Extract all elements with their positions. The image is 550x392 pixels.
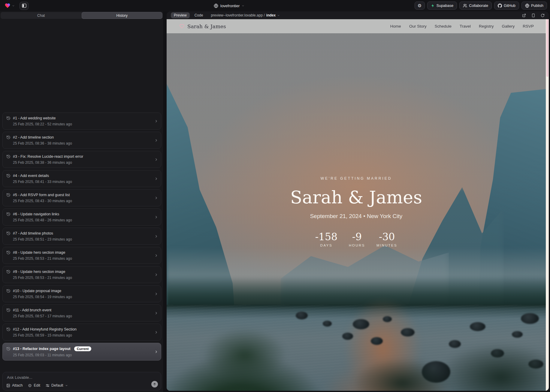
site-header: Sarah & James Home Our Story Schedule Tr…: [167, 19, 546, 33]
arrow-up-icon: [153, 382, 156, 386]
edit-button[interactable]: Edit: [28, 383, 40, 388]
history-item[interactable]: #7 - Add timeline photos 25 Feb 2025, 08…: [2, 228, 161, 245]
restore-history-icon: [6, 270, 11, 274]
history-item[interactable]: #11 - Add brunch event 25 Feb 2025, 08:5…: [2, 304, 161, 322]
restore-history-icon: [6, 289, 11, 293]
mode-selector[interactable]: Default: [46, 383, 68, 388]
open-in-new-tab-icon[interactable]: [522, 13, 526, 17]
history-item-title: #8 - Update hero section image: [13, 250, 65, 255]
supabase-button[interactable]: Supabase: [427, 1, 457, 10]
lovable-logo-menu[interactable]: [4, 3, 15, 9]
chevron-right-icon[interactable]: [154, 138, 158, 142]
chevron-right-icon[interactable]: [154, 119, 158, 123]
history-item[interactable]: #12 - Add Honeyfund Registry Section 25 …: [2, 324, 161, 341]
publish-button[interactable]: Publish: [521, 1, 547, 10]
chevron-right-icon[interactable]: [154, 330, 158, 334]
chat-history-sidebar: Chat History #1 - Add wedding website: [0, 11, 163, 392]
tab-chat[interactable]: Chat: [1, 12, 82, 19]
nav-registry[interactable]: Registry: [479, 24, 494, 28]
site-brand-name: Sarah & James: [187, 23, 226, 29]
history-item-timestamp: 25 Feb 2025, 08:51 - 23 minutes ago: [13, 237, 152, 241]
nav-schedule[interactable]: Schedule: [435, 24, 452, 28]
countdown: -158 DAYS -9 HOURS -30 MINUTES: [167, 231, 546, 247]
restore-history-icon: [6, 154, 11, 159]
chat-composer: Attach Edit Default: [2, 372, 161, 391]
preview-panel: Preview Code preview--lovefrontier.lovab…: [167, 11, 549, 391]
chevron-right-icon[interactable]: [154, 292, 158, 296]
supabase-bolt-icon: [431, 4, 435, 8]
collaborate-button[interactable]: Collaborate: [459, 1, 492, 10]
chevron-right-icon[interactable]: [154, 157, 158, 161]
history-item-title: #4 - Add event details: [13, 174, 49, 178]
panel-layout-icon: [22, 4, 26, 8]
tab-preview[interactable]: Preview: [171, 12, 190, 18]
restore-history-icon: [6, 327, 11, 331]
history-item[interactable]: #13 - Refactor index page layout Current…: [2, 343, 161, 361]
history-item[interactable]: #5 - Add RSVP form and guest list 25 Feb…: [2, 189, 161, 206]
chevron-right-icon[interactable]: [154, 196, 158, 200]
chevron-right-icon[interactable]: [154, 350, 158, 354]
countdown-minutes-value: -30: [376, 231, 397, 243]
chevron-down-icon: [242, 4, 244, 7]
countdown-days-value: -158: [315, 231, 337, 243]
history-item[interactable]: #4 - Add event details 25 Feb 2025, 08:4…: [2, 170, 161, 187]
globe-icon: [525, 4, 529, 8]
site-brand[interactable]: Sarah & James: [179, 23, 226, 29]
github-label: GitHub: [504, 4, 515, 8]
project-switcher[interactable]: lovefrontier: [214, 0, 244, 11]
preview-url[interactable]: preview--lovefrontier.lovable.app / inde…: [211, 13, 280, 17]
chevron-right-icon[interactable]: [154, 273, 158, 277]
refresh-icon[interactable]: [541, 13, 545, 17]
history-item[interactable]: #10 - Update proposal image 25 Feb 2025,…: [2, 285, 161, 302]
scrollbar-thumb[interactable]: [546, 19, 548, 77]
restore-history-icon: [6, 231, 11, 235]
github-button[interactable]: GitHub: [494, 1, 519, 10]
select-target-icon: [28, 384, 32, 388]
attach-button[interactable]: Attach: [6, 383, 23, 388]
history-item[interactable]: #8 - Update hero section image 25 Feb 20…: [2, 247, 161, 264]
chevron-right-icon[interactable]: [154, 234, 158, 238]
nav-travel[interactable]: Travel: [460, 24, 471, 28]
history-item-timestamp: 25 Feb 2025, 09:03 - 11 minutes ago: [13, 353, 152, 357]
tab-history[interactable]: History: [82, 12, 163, 19]
history-list: #1 - Add wedding website 25 Feb 2025, 08…: [2, 112, 161, 363]
history-item[interactable]: #3 - Fix: Resolve Lucide-react import er…: [2, 151, 161, 168]
send-button[interactable]: [151, 381, 158, 388]
project-name: lovefrontier: [220, 4, 240, 8]
preview-url-base: preview--lovefrontier.lovable.app /: [211, 13, 264, 17]
restore-history-icon: [6, 308, 11, 312]
nav-gallery[interactable]: Gallery: [502, 24, 515, 28]
nav-rsvp[interactable]: RSVP: [523, 24, 534, 28]
nav-home[interactable]: Home: [390, 24, 401, 28]
chevron-down-icon: [12, 4, 15, 7]
chevron-right-icon[interactable]: [154, 253, 158, 257]
history-item-title: #6 - Update navigation links: [13, 212, 59, 216]
restore-history-icon: [6, 250, 11, 255]
mobile-view-icon[interactable]: [531, 13, 535, 17]
hero-title: Sarah & James: [167, 187, 546, 208]
countdown-days-label: DAYS: [315, 244, 337, 247]
site-scrollbar[interactable]: [546, 19, 549, 391]
settings-button[interactable]: ⚙: [415, 1, 425, 10]
edit-label: Edit: [34, 383, 40, 388]
preview-toolbar: Preview Code preview--lovefrontier.lovab…: [167, 11, 549, 19]
history-item[interactable]: #1 - Add wedding website 25 Feb 2025, 08…: [2, 112, 161, 130]
gear-icon: ⚙: [418, 3, 422, 8]
history-item[interactable]: #2 - Add timeline section 25 Feb 2025, 0…: [2, 132, 161, 149]
tab-code[interactable]: Code: [195, 13, 203, 17]
chevron-right-icon[interactable]: [154, 177, 158, 181]
ask-lovable-input[interactable]: [7, 375, 148, 382]
globe-icon: [214, 4, 218, 8]
chevron-right-icon[interactable]: [154, 215, 158, 219]
history-item-timestamp: 25 Feb 2025, 08:22 - 52 minutes ago: [13, 122, 152, 126]
chevron-right-icon[interactable]: [154, 311, 158, 315]
history-item[interactable]: #9 - Update hero section image 25 Feb 20…: [2, 266, 161, 283]
history-item[interactable]: #6 - Update navigation links 25 Feb 2025…: [2, 208, 161, 226]
current-badge: Current: [74, 346, 92, 351]
history-item-timestamp: 25 Feb 2025, 08:53 - 21 minutes ago: [13, 276, 152, 280]
nav-our-story[interactable]: Our Story: [409, 24, 427, 28]
history-item-timestamp: 25 Feb 2025, 08:38 - 36 minutes ago: [13, 160, 152, 165]
sidebar-toggle-button[interactable]: [20, 2, 29, 10]
sliders-icon: [46, 384, 50, 388]
wedding-site-preview: Sarah & James Home Our Story Schedule Tr…: [167, 19, 549, 391]
